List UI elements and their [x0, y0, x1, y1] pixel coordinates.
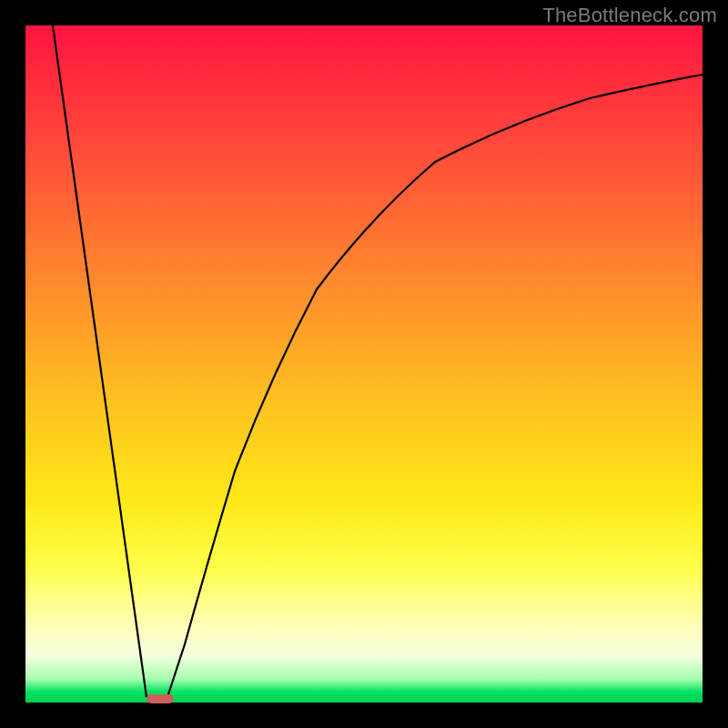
- watermark-text: TheBottleneck.com: [542, 4, 717, 27]
- left-line: [53, 25, 147, 697]
- curve-layer: [25, 25, 703, 703]
- chart-frame: TheBottleneck.com: [0, 0, 728, 728]
- minimum-marker: [147, 694, 174, 703]
- right-curve: [167, 75, 703, 697]
- plot-area: [25, 25, 703, 703]
